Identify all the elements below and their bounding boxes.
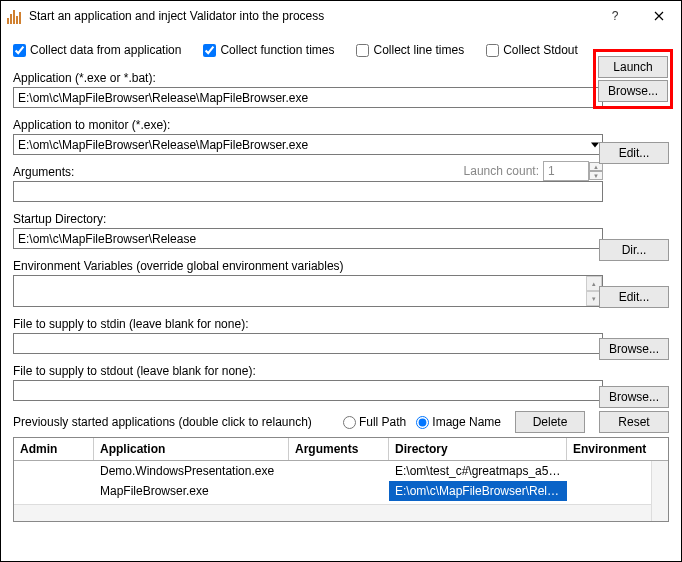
window-title: Start an application and inject Validato… bbox=[29, 9, 593, 23]
col-env[interactable]: Environment bbox=[567, 438, 670, 460]
dir-button[interactable]: Dir... bbox=[599, 239, 669, 261]
table-row[interactable]: Demo.WindowsPresentation.exe E:\om\test_… bbox=[14, 461, 668, 481]
help-button[interactable]: ? bbox=[593, 2, 637, 30]
options-row: Collect data from application Collect fu… bbox=[13, 37, 669, 67]
col-args[interactable]: Arguments bbox=[289, 438, 389, 460]
highlight-box: Launch Browse... bbox=[593, 49, 673, 109]
stdout-input[interactable] bbox=[13, 380, 603, 401]
full-path-radio[interactable]: Full Path bbox=[343, 415, 406, 429]
image-name-radio[interactable]: Image Name bbox=[416, 415, 501, 429]
collect-stdout-checkbox[interactable]: Collect Stdout bbox=[486, 43, 578, 57]
browse-app-button[interactable]: Browse... bbox=[598, 80, 668, 102]
delete-button[interactable]: Delete bbox=[515, 411, 585, 433]
stdin-input[interactable] bbox=[13, 333, 603, 354]
application-input[interactable] bbox=[13, 87, 603, 108]
launch-count-input[interactable]: 1 bbox=[543, 161, 589, 181]
col-admin[interactable]: Admin bbox=[14, 438, 94, 460]
arguments-input[interactable] bbox=[13, 181, 603, 202]
env-label: Environment Variables (override global e… bbox=[13, 259, 669, 273]
stdin-label: File to supply to stdin (leave blank for… bbox=[13, 317, 669, 331]
monitor-select[interactable] bbox=[13, 134, 603, 155]
reset-button[interactable]: Reset bbox=[599, 411, 669, 433]
collect-data-checkbox[interactable]: Collect data from application bbox=[13, 43, 181, 57]
prev-apps-table: Admin Application Arguments Directory En… bbox=[13, 437, 669, 522]
dialog-window: Start an application and inject Validato… bbox=[0, 0, 682, 562]
edit-monitor-button[interactable]: Edit... bbox=[599, 142, 669, 164]
collect-func-checkbox[interactable]: Collect function times bbox=[203, 43, 334, 57]
browse-stdout-button[interactable]: Browse... bbox=[599, 386, 669, 408]
table-row[interactable]: MapFileBrowser.exe E:\om\c\MapFileBrowse… bbox=[14, 481, 668, 501]
col-app[interactable]: Application bbox=[94, 438, 289, 460]
col-dir[interactable]: Directory bbox=[389, 438, 567, 460]
titlebar: Start an application and inject Validato… bbox=[1, 1, 681, 31]
application-label: Application (*.exe or *.bat): bbox=[13, 71, 669, 85]
close-button[interactable] bbox=[637, 2, 681, 30]
startup-label: Startup Directory: bbox=[13, 212, 669, 226]
close-icon bbox=[654, 11, 664, 21]
collect-line-checkbox[interactable]: Collect line times bbox=[356, 43, 464, 57]
env-list[interactable]: ▴▾ bbox=[13, 275, 603, 307]
launch-count-label: Launch count: bbox=[464, 164, 539, 178]
stdout-label: File to supply to stdout (leave blank fo… bbox=[13, 364, 669, 378]
launch-count-spinner[interactable]: ▲▼ bbox=[589, 162, 603, 180]
monitor-label: Application to monitor (*.exe): bbox=[13, 118, 669, 132]
prev-label: Previously started applications (double … bbox=[13, 415, 312, 429]
startup-input[interactable] bbox=[13, 228, 603, 249]
browse-stdin-button[interactable]: Browse... bbox=[599, 338, 669, 360]
launch-button[interactable]: Launch bbox=[598, 56, 668, 78]
arguments-label: Arguments: bbox=[13, 165, 74, 179]
app-icon bbox=[7, 8, 23, 24]
edit-env-button[interactable]: Edit... bbox=[599, 286, 669, 308]
table-header: Admin Application Arguments Directory En… bbox=[14, 438, 668, 461]
